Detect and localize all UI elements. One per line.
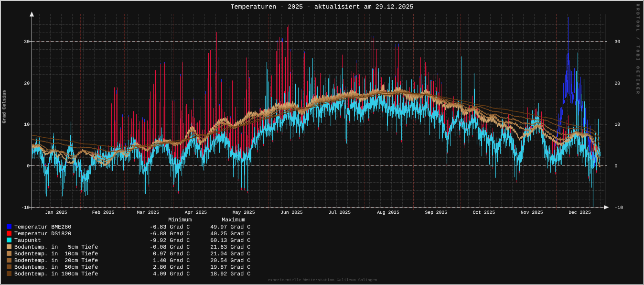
svg-text:-10: -10 <box>21 205 30 210</box>
svg-text:Temperatur DS1820: Temperatur DS1820 <box>14 230 71 237</box>
svg-text:Maximum: Maximum <box>222 217 245 223</box>
svg-text:Bodentemp. in 100cm Tiefe: Bodentemp. in 100cm Tiefe <box>14 271 98 277</box>
svg-text:Nov 2025: Nov 2025 <box>521 210 543 215</box>
svg-text:1.40 Grad C: 1.40 Grad C <box>150 257 190 264</box>
svg-text:20: 20 <box>24 81 30 86</box>
svg-text:-6.83 Grad C: -6.83 Grad C <box>150 224 190 230</box>
svg-text:0.97 Grad C: 0.97 Grad C <box>150 251 190 257</box>
svg-text:Sep 2025: Sep 2025 <box>425 210 448 215</box>
svg-text:Minimum: Minimum <box>168 217 192 223</box>
svg-text:10: 10 <box>615 122 621 127</box>
svg-text:49.97 Grad C: 49.97 Grad C <box>210 224 250 230</box>
svg-text:-6.88 Grad C: -6.88 Grad C <box>150 230 190 237</box>
svg-text:21.63 Grad C: 21.63 Grad C <box>210 244 250 251</box>
svg-text:Bodentemp. in 50cm Tiefe: Bodentemp. in 50cm Tiefe <box>14 264 98 271</box>
svg-text:-9.92 Grad C: -9.92 Grad C <box>150 237 190 244</box>
svg-text:May 2025: May 2025 <box>233 210 255 215</box>
svg-text:experimentelle Wetterstation G: experimentelle Wetterstation Galileum So… <box>268 278 377 283</box>
svg-text:RRDTOOL / TOBI OETIKER: RRDTOOL / TOBI OETIKER <box>635 4 640 96</box>
svg-text:18.92 Grad C: 18.92 Grad C <box>210 271 250 277</box>
svg-text:Jan 2025: Jan 2025 <box>45 210 67 215</box>
svg-text:60.13 Grad C: 60.13 Grad C <box>210 237 250 244</box>
svg-text:40.25 Grad C: 40.25 Grad C <box>210 230 250 237</box>
svg-text:30: 30 <box>615 39 621 44</box>
svg-text:0: 0 <box>615 164 618 169</box>
svg-text:Oct 2025: Oct 2025 <box>473 210 495 215</box>
svg-text:20: 20 <box>615 81 621 86</box>
svg-text:Temperatur BME280: Temperatur BME280 <box>14 224 71 230</box>
svg-text:Apr 2025: Apr 2025 <box>185 210 207 215</box>
svg-text:Bodentemp. in 10cm Tiefe: Bodentemp. in 10cm Tiefe <box>14 251 98 257</box>
svg-text:Feb 2025: Feb 2025 <box>92 210 115 215</box>
svg-text:20.54 Grad C: 20.54 Grad C <box>210 257 250 264</box>
svg-text:19.87 Grad C: 19.87 Grad C <box>210 264 250 271</box>
svg-text:Temperaturen - 2025 - aktualis: Temperaturen - 2025 - aktualisiert am 29… <box>230 3 413 11</box>
svg-text:Bodentemp. in 5cm Tiefe: Bodentemp. in 5cm Tiefe <box>14 244 98 251</box>
svg-text:10: 10 <box>24 122 30 127</box>
svg-text:-10: -10 <box>615 205 623 210</box>
svg-text:Grad Celsius: Grad Celsius <box>2 90 7 123</box>
svg-text:-0.08 Grad C: -0.08 Grad C <box>150 244 190 251</box>
svg-text:Aug 2025: Aug 2025 <box>377 210 399 215</box>
svg-text:Taupunkt: Taupunkt <box>14 237 41 244</box>
svg-text:Jun 2025: Jun 2025 <box>280 210 303 215</box>
svg-text:4.09 Grad C: 4.09 Grad C <box>150 271 190 277</box>
svg-text:Jul 2025: Jul 2025 <box>328 210 351 215</box>
svg-text:30: 30 <box>24 39 30 44</box>
svg-text:Dec 2025: Dec 2025 <box>569 210 591 215</box>
svg-text:0: 0 <box>27 164 30 169</box>
svg-text:Bodentemp. in 20cm Tiefe: Bodentemp. in 20cm Tiefe <box>14 257 98 264</box>
svg-text:2.80 Grad C: 2.80 Grad C <box>150 264 190 271</box>
svg-text:Mar 2025: Mar 2025 <box>137 210 159 215</box>
svg-text:21.04 Grad C: 21.04 Grad C <box>210 251 250 257</box>
